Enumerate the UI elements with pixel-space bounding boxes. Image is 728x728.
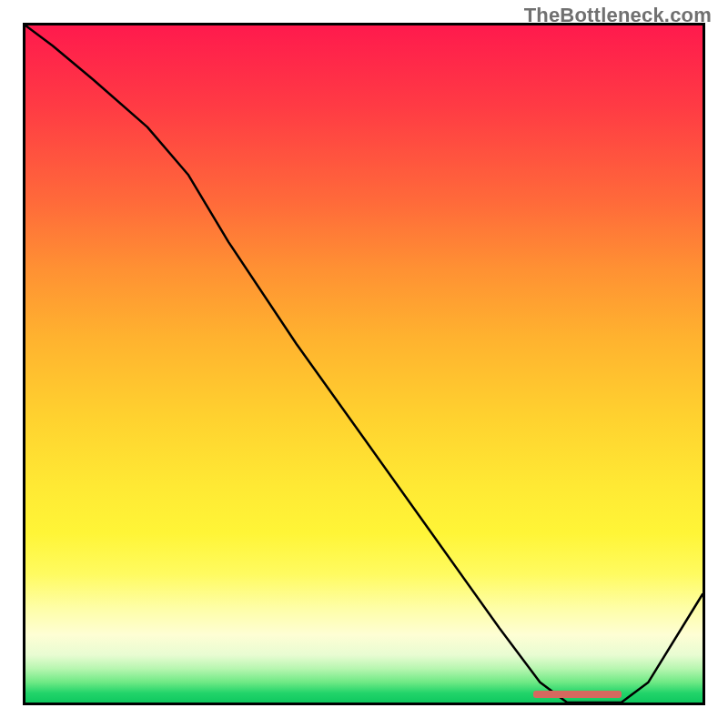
plot-area [23, 23, 705, 705]
chart-container: TheBottleneck.com [0, 0, 728, 728]
line-plot-svg [25, 25, 703, 703]
watermark-text: TheBottleneck.com [524, 4, 712, 27]
data-line [25, 25, 703, 703]
optimal-range-marker [533, 691, 622, 698]
